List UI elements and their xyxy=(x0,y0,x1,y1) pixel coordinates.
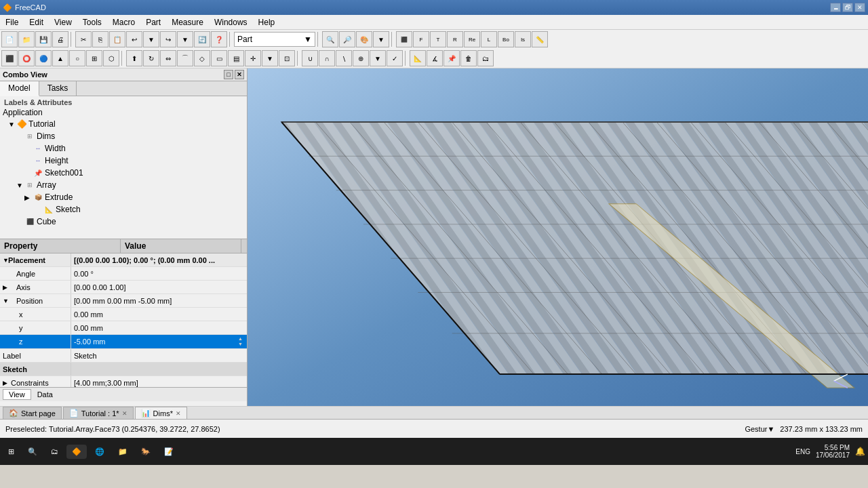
toolbar-redo[interactable]: ↪ xyxy=(160,31,176,47)
z-value[interactable]: -5.00 mm xyxy=(74,338,105,346)
view-fit-all[interactable]: 🔍 xyxy=(322,31,338,47)
z-spin-up[interactable]: ▲ xyxy=(238,336,243,342)
tree-item-dims[interactable]: ⊞ Dims xyxy=(1,130,245,142)
tree-item-cube[interactable]: ⬛ Cube xyxy=(1,216,245,228)
part-more[interactable]: ⊞ xyxy=(86,50,102,66)
page-tab-tutorial[interactable]: 📄 Tutorial : 1* ✕ xyxy=(63,407,134,419)
menu-windows[interactable]: Windows xyxy=(209,15,253,29)
page-tab-dims[interactable]: 📊 Dims* ✕ xyxy=(135,407,187,419)
tree-item-sketch[interactable]: 📐 Sketch xyxy=(1,203,245,216)
menu-macro[interactable]: Macro xyxy=(107,15,140,29)
menu-help[interactable]: Help xyxy=(253,15,281,29)
prop-row-placement[interactable]: ▼ Placement [(0.00 0.00 1.00); 0.00 °; (… xyxy=(0,253,247,267)
taskbar-explorer[interactable]: 📁 xyxy=(113,445,133,459)
part-arr-arrow[interactable]: ▼ xyxy=(262,50,278,66)
nav-iso[interactable]: Is xyxy=(515,31,531,47)
tree-item-tutorial[interactable]: ▼ 🔶 Tutorial xyxy=(1,118,245,130)
toolbar-refresh[interactable]: 🔄 xyxy=(194,31,210,47)
nav-top[interactable]: T xyxy=(430,31,446,47)
prop-row-axis[interactable]: ▶ Axis [0.00 0.00 1.00] xyxy=(0,281,247,294)
part-cone[interactable]: ▲ xyxy=(52,50,68,66)
part-cross[interactable]: ✛ xyxy=(245,50,261,66)
taskbar-word[interactable]: 📝 xyxy=(159,445,179,459)
bool-union[interactable]: ∪ xyxy=(302,50,318,66)
taskbar-search[interactable]: 🔍 xyxy=(22,445,43,459)
menu-edit[interactable]: Edit xyxy=(24,15,49,29)
part-extrude[interactable]: ⬆ xyxy=(126,50,142,66)
prop-row-z[interactable]: z -5.00 mm ▲ ▼ xyxy=(0,335,247,349)
menu-measure[interactable]: Measure xyxy=(166,15,209,29)
part-fillet[interactable]: ⌒ xyxy=(177,50,193,66)
toolbar-undo[interactable]: ↩ xyxy=(126,31,142,47)
taskbar-notify[interactable]: 🔔 xyxy=(855,447,865,456)
bottom-tab-view[interactable]: View xyxy=(3,389,31,400)
toolbar-redo-arrow[interactable]: ▼ xyxy=(177,31,193,47)
toolbar-print[interactable]: 🖨 xyxy=(52,31,68,47)
tree-toggle-tutorial[interactable]: ▼ xyxy=(8,121,16,128)
toolbar-undo-arrow[interactable]: ▼ xyxy=(143,31,159,47)
tab-model[interactable]: Model xyxy=(0,81,39,96)
part-chamfer[interactable]: ◇ xyxy=(194,50,210,66)
part-section[interactable]: ▤ xyxy=(228,50,244,66)
menu-file[interactable]: File xyxy=(0,15,24,29)
prop-row-y[interactable]: y 0.00 mm xyxy=(0,321,247,335)
tree-toggle-extrude[interactable]: ▶ xyxy=(24,194,33,201)
prop-row-position[interactable]: ▼ Position [0.00 mm 0.00 mm -5.00 mm] xyxy=(0,294,247,308)
nav-bottom[interactable]: Bo xyxy=(498,31,514,47)
part-revolve[interactable]: ↻ xyxy=(143,50,159,66)
prop-row-constraints[interactable]: ▶ Constraints [4.00 mm;3.00 mm] xyxy=(0,376,247,387)
position-arrow[interactable]: ▼ xyxy=(3,298,11,304)
part-shape[interactable]: ⬡ xyxy=(103,50,119,66)
bool-check[interactable]: ✓ xyxy=(387,50,403,66)
prop-row-label[interactable]: Label Sketch xyxy=(0,349,247,363)
gesture-button[interactable]: Gestur▼ xyxy=(745,425,774,433)
tree-toggle-array[interactable]: ▼ xyxy=(16,182,24,189)
tree-toggle-height[interactable] xyxy=(24,157,33,165)
bool-xor[interactable]: ⊕ xyxy=(353,50,369,66)
tree-item-width[interactable]: ↔ Width xyxy=(1,142,245,155)
menu-view[interactable]: View xyxy=(49,15,77,29)
measure-lin[interactable]: 📐 xyxy=(410,50,426,66)
axis-arrow[interactable]: ▶ xyxy=(3,284,11,291)
toolbar-new[interactable]: 📄 xyxy=(1,31,18,47)
tree-item-array[interactable]: ▼ ⊞ Array xyxy=(1,179,245,191)
menu-tools[interactable]: Tools xyxy=(77,15,107,29)
constraints-arrow[interactable]: ▶ xyxy=(3,380,11,386)
close-button[interactable]: ✕ xyxy=(854,3,865,12)
bottom-tab-data[interactable]: Data xyxy=(31,389,59,400)
tree-toggle-cube[interactable] xyxy=(16,218,24,226)
tree-item-sketch001[interactable]: 📌 Sketch001 xyxy=(1,167,245,179)
bool-arr-arrow[interactable]: ▼ xyxy=(370,50,386,66)
view-style[interactable]: 🎨 xyxy=(356,31,372,47)
part-tor[interactable]: ○ xyxy=(69,50,85,66)
measure-ref[interactable]: 📌 xyxy=(443,50,460,66)
part-face[interactable]: ▭ xyxy=(211,50,227,66)
taskbar-app1[interactable]: 🐎 xyxy=(136,445,156,459)
taskbar-cortana[interactable]: 🗂 xyxy=(45,445,64,458)
tree-toggle-dims[interactable] xyxy=(16,133,24,140)
prop-row-angle[interactable]: Angle 0.00 ° xyxy=(0,267,247,281)
placement-arrow[interactable]: ▼ xyxy=(3,257,8,264)
combo-close[interactable]: ✕ xyxy=(235,70,244,79)
nav-left[interactable]: L xyxy=(481,31,497,47)
taskbar-ie[interactable]: 🌐 xyxy=(90,445,110,459)
nav-home[interactable]: ⬛ xyxy=(396,31,412,47)
measure-ang[interactable]: ∡ xyxy=(427,50,443,66)
tab-tasks[interactable]: Tasks xyxy=(39,81,77,96)
toolbar-copy[interactable]: ⎘ xyxy=(92,31,108,47)
tree-toggle-width[interactable] xyxy=(24,145,33,152)
part-box[interactable]: ⬛ xyxy=(1,50,18,66)
nav-rear[interactable]: Re xyxy=(464,31,480,47)
tutorial-tab-close[interactable]: ✕ xyxy=(122,410,127,417)
tree-item-extrude[interactable]: ▶ 📦 Extrude xyxy=(1,191,245,203)
measure-clr[interactable]: 🗑 xyxy=(460,50,477,66)
bool-int[interactable]: ∩ xyxy=(319,50,335,66)
measure-all[interactable]: 🗂 xyxy=(477,50,494,66)
z-spinner[interactable]: ▲ ▼ xyxy=(238,336,243,347)
dims-tab-close[interactable]: ✕ xyxy=(176,410,181,417)
toolbar-open[interactable]: 📁 xyxy=(18,31,35,47)
viewport[interactable] xyxy=(248,68,868,406)
page-tab-start[interactable]: 🏠 Start page xyxy=(3,407,62,419)
part-sph[interactable]: 🔵 xyxy=(35,50,52,66)
part-mirror[interactable]: ⇔ xyxy=(160,50,176,66)
